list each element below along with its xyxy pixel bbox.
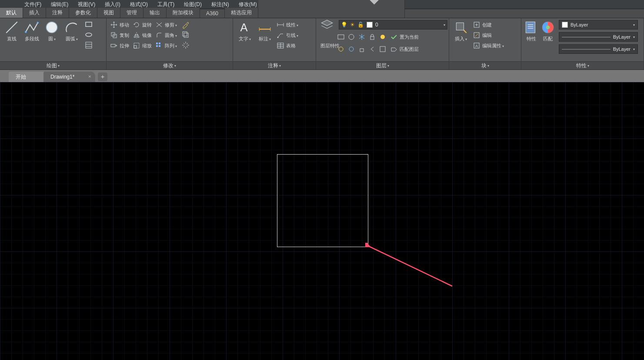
layer-thaw-icon[interactable] bbox=[347, 45, 355, 53]
block-edit-icon bbox=[473, 31, 480, 39]
rectangle-icon[interactable] bbox=[84, 20, 93, 29]
file-tab-start[interactable]: 开始 bbox=[9, 72, 47, 82]
panel-modify: 移动 复制 拉伸 旋转 镜像 缩放 修剪 圆角 阵列 修改▾ bbox=[107, 18, 233, 69]
panel-title-modify[interactable]: 修改▾ bbox=[107, 61, 233, 69]
menu-draw[interactable]: 绘图(D) bbox=[184, 1, 202, 8]
panel-title-annotation[interactable]: 注释▾ bbox=[233, 61, 316, 69]
layer-color-swatch bbox=[367, 22, 373, 28]
svg-point-37 bbox=[380, 35, 385, 39]
circle-icon bbox=[44, 20, 59, 35]
ribbon-tab-search[interactable]: ▾ bbox=[258, 0, 405, 18]
ribbon-tab-parametric[interactable]: 参数化 bbox=[69, 8, 97, 18]
menu-format[interactable]: 格式(O) bbox=[130, 1, 148, 8]
menu-file[interactable]: 文件(F) bbox=[24, 1, 41, 8]
svg-point-5 bbox=[46, 22, 57, 33]
menu-view[interactable]: 视图(V) bbox=[78, 1, 95, 8]
eyedropper-icon[interactable] bbox=[181, 20, 190, 29]
tool-fillet[interactable]: 圆角 bbox=[154, 30, 178, 40]
tool-rotate[interactable]: 旋转 bbox=[132, 20, 153, 30]
ribbon-tab-manage[interactable]: 管理 bbox=[120, 8, 143, 18]
lineweight-dropdown[interactable]: ByLayer▾ bbox=[559, 32, 638, 42]
tool-table[interactable]: 表格 bbox=[276, 41, 299, 50]
tool-linear[interactable]: 线性 bbox=[276, 20, 299, 30]
panel-title-layers[interactable]: 图层▾ bbox=[316, 61, 449, 69]
ribbon-tab-annotate[interactable]: 注释 bbox=[46, 8, 69, 18]
tool-polyline[interactable]: 多段线 bbox=[23, 20, 41, 42]
color-swatch bbox=[562, 22, 568, 28]
panel-title-draw[interactable]: 绘图▾ bbox=[0, 61, 106, 69]
color-wheel-icon bbox=[541, 20, 555, 35]
file-tab-drawing1[interactable]: Drawing1*× bbox=[43, 72, 95, 82]
chevron-down-icon: ▾ bbox=[444, 23, 445, 27]
layer-iso-icon[interactable] bbox=[347, 33, 355, 41]
lock-icon: 🔓 bbox=[357, 22, 364, 28]
svg-rect-36 bbox=[370, 36, 374, 40]
panel-draw: 直线 多段线 圆 圆弧 绘图▾ bbox=[0, 18, 107, 69]
ribbon-tab-a360[interactable]: A360 bbox=[200, 9, 225, 18]
tool-dimension[interactable]: 标注 bbox=[256, 20, 274, 42]
tool-match-properties[interactable]: 匹配 bbox=[541, 20, 555, 42]
menu-modify[interactable]: 修改(M) bbox=[239, 1, 257, 8]
layer-unlock-icon[interactable] bbox=[358, 45, 366, 53]
ribbon-tab-view[interactable]: 视图 bbox=[97, 8, 120, 18]
svg-rect-17 bbox=[159, 43, 160, 44]
ribbon-tab-insert[interactable]: 插入 bbox=[23, 8, 46, 18]
drawing-canvas[interactable] bbox=[0, 82, 644, 360]
plus-icon: ＋ bbox=[100, 73, 106, 81]
tool-block-edit[interactable]: 编辑 bbox=[472, 30, 505, 40]
tool-array[interactable]: 阵列 bbox=[154, 41, 178, 50]
drawn-rectangle[interactable] bbox=[277, 154, 368, 247]
offset-icon[interactable] bbox=[181, 30, 190, 39]
tool-move[interactable]: 移动 bbox=[109, 20, 130, 30]
explode-icon[interactable] bbox=[181, 41, 190, 50]
tool-text[interactable]: A 文字 bbox=[236, 20, 254, 42]
layer-off-icon[interactable] bbox=[379, 33, 387, 41]
search-icon bbox=[264, 0, 395, 17]
mirror-icon bbox=[133, 31, 140, 39]
tool-leader[interactable]: 引线 bbox=[276, 30, 299, 40]
lightbulb-icon: 💡 bbox=[341, 22, 347, 28]
svg-rect-18 bbox=[156, 45, 158, 47]
menu-insert[interactable]: 插入(I) bbox=[105, 1, 120, 8]
layer-walk-icon[interactable] bbox=[379, 45, 387, 53]
tool-line[interactable]: 直线 bbox=[3, 20, 21, 42]
tool-block-create[interactable]: 创建 bbox=[472, 20, 505, 30]
close-icon[interactable]: × bbox=[88, 74, 91, 79]
layer-freeze-icon[interactable] bbox=[358, 33, 366, 41]
menu-tools[interactable]: 工具(T) bbox=[157, 1, 174, 8]
tool-circle[interactable]: 圆 bbox=[43, 20, 61, 42]
tool-layer-properties[interactable] bbox=[319, 17, 335, 32]
block-insert-icon bbox=[454, 20, 468, 35]
layer-prev-icon[interactable] bbox=[368, 45, 376, 53]
tool-scale[interactable]: 缩放 bbox=[132, 41, 153, 50]
tool-match-layer[interactable]: 匹配图层 bbox=[389, 44, 420, 54]
tool-stretch[interactable]: 拉伸 bbox=[109, 41, 130, 50]
linetype-dropdown[interactable]: ByLayer▾ bbox=[559, 44, 638, 54]
tool-properties[interactable]: 特性 bbox=[524, 20, 539, 42]
layer-dropdown[interactable]: 💡 ☀ 🔓 0 ▾ bbox=[339, 20, 447, 30]
tool-copy[interactable]: 复制 bbox=[109, 30, 130, 40]
tool-make-current[interactable]: 置为当前 bbox=[389, 32, 420, 42]
tool-mirror[interactable]: 镜像 bbox=[132, 30, 153, 40]
ribbon-tab-featured[interactable]: 精选应用 bbox=[225, 8, 258, 18]
hatch-icon[interactable] bbox=[84, 41, 93, 50]
tool-block-edit-attr[interactable]: A编辑属性 bbox=[472, 41, 505, 50]
ellipse-icon[interactable] bbox=[84, 30, 93, 39]
color-dropdown[interactable]: ByLayer▾ bbox=[559, 20, 638, 30]
layer-lock-icon[interactable] bbox=[368, 33, 376, 41]
ribbon-tab-default[interactable]: 默认 bbox=[0, 8, 23, 18]
svg-rect-20 bbox=[183, 32, 187, 36]
tool-block-insert[interactable]: 插入 bbox=[452, 20, 470, 42]
tool-arc[interactable]: 圆弧 bbox=[63, 20, 81, 42]
new-tab-button[interactable]: ＋ bbox=[98, 73, 107, 81]
menu-dim[interactable]: 标注(N) bbox=[211, 1, 229, 8]
menu-edit[interactable]: 编辑(E) bbox=[51, 1, 68, 8]
panel-title-block[interactable]: 块▾ bbox=[449, 61, 521, 69]
svg-point-4 bbox=[37, 22, 39, 23]
ribbon-tab-addins[interactable]: 附加模块 bbox=[167, 8, 200, 18]
svg-line-1 bbox=[346, 0, 379, 0]
ribbon-tab-output[interactable]: 输出 bbox=[143, 8, 167, 18]
panel-title-properties[interactable]: 特性▾ bbox=[521, 61, 644, 69]
tool-trim[interactable]: 修剪 bbox=[154, 20, 178, 30]
layer-state-icon[interactable] bbox=[337, 33, 345, 41]
